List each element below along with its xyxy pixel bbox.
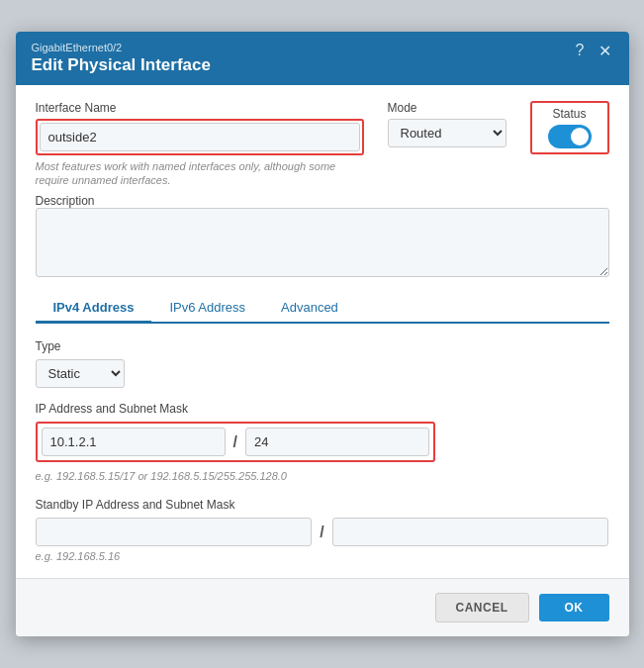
ip-address-wrap: / xyxy=(36,422,435,462)
mode-select[interactable]: Routed Passive xyxy=(388,119,506,147)
standby-label: Standby IP Address and Subnet Mask xyxy=(36,498,609,512)
interface-name-label: Interface Name xyxy=(36,101,364,115)
mode-group: Mode Routed Passive xyxy=(388,101,506,147)
ip-label: IP Address and Subnet Mask xyxy=(36,402,609,416)
standby-section: Standby IP Address and Subnet Mask / e.g… xyxy=(36,498,609,562)
standby-slash-separator: / xyxy=(320,524,323,541)
close-button[interactable]: ✕ xyxy=(597,42,613,60)
type-row: Type Static DHCP PPPoE xyxy=(36,339,609,388)
tabs-row: IPv4 Address IPv6 Address Advanced xyxy=(36,294,609,324)
edit-interface-dialog: GigabitEthernet0/2 Edit Physical Interfa… xyxy=(16,32,629,637)
dialog-header: GigabitEthernet0/2 Edit Physical Interfa… xyxy=(16,32,629,85)
description-textarea[interactable] xyxy=(36,208,609,277)
interface-name-input[interactable] xyxy=(40,123,360,151)
dialog-footer: CANCEL OK xyxy=(16,578,629,636)
dialog-body: Interface Name Most features work with n… xyxy=(16,85,629,579)
subnet-mask-input[interactable] xyxy=(245,428,429,456)
status-box: Status xyxy=(530,101,609,154)
ip-hint: e.g. 192.168.5.15/17 or 192.168.5.15/255… xyxy=(36,470,609,482)
tab-ipv4-address[interactable]: IPv4 Address xyxy=(36,294,152,324)
toggle-slider xyxy=(548,125,592,148)
type-label: Type xyxy=(36,339,609,353)
interface-name-input-wrap xyxy=(36,119,364,155)
standby-ip-input[interactable] xyxy=(36,518,313,546)
description-group: Description xyxy=(36,193,609,280)
status-label: Status xyxy=(552,107,586,121)
ip-address-input[interactable] xyxy=(42,428,226,456)
interface-hint: Most features work with named interfaces… xyxy=(36,159,364,188)
help-button[interactable]: ? xyxy=(574,42,587,59)
status-group: Status xyxy=(530,101,609,154)
ip-address-section: IP Address and Subnet Mask / e.g. 192.16… xyxy=(36,402,609,482)
dialog-subtitle: GigabitEthernet0/2 xyxy=(32,42,211,53)
standby-hint: e.g. 192.168.5.16 xyxy=(36,550,609,562)
description-label: Description xyxy=(36,194,95,208)
interface-name-group: Interface Name Most features work with n… xyxy=(36,101,364,188)
tab-ipv6-address[interactable]: IPv6 Address xyxy=(151,294,263,324)
dialog-title: Edit Physical Interface xyxy=(32,55,211,75)
type-select[interactable]: Static DHCP PPPoE xyxy=(36,359,125,388)
ipv4-tab-content: Type Static DHCP PPPoE IP Address and Su… xyxy=(36,339,609,562)
ok-button[interactable]: OK xyxy=(539,594,609,621)
header-buttons: ? ✕ xyxy=(574,42,613,60)
standby-row: / xyxy=(36,518,609,546)
tab-advanced[interactable]: Advanced xyxy=(263,294,356,324)
mode-label: Mode xyxy=(388,101,506,115)
status-toggle[interactable] xyxy=(548,125,592,148)
standby-subnet-input[interactable] xyxy=(332,518,609,546)
ip-row: / xyxy=(42,428,429,456)
top-form-row: Interface Name Most features work with n… xyxy=(36,101,609,188)
slash-separator: / xyxy=(233,433,237,451)
cancel-button[interactable]: CANCEL xyxy=(435,593,529,622)
